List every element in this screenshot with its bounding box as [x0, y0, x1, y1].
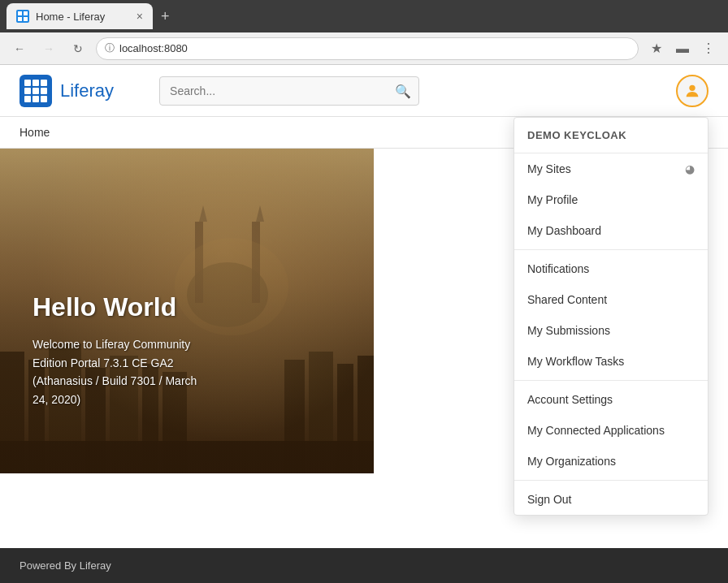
bookmark-button[interactable]: ★: [645, 37, 668, 60]
svg-rect-8: [24, 88, 31, 94]
dropdown-divider-2: [514, 380, 708, 381]
my-workflow-tasks-label: My Workflow Tasks: [527, 355, 624, 368]
search-icon: 🔍: [395, 83, 411, 98]
tab-favicon: [16, 10, 29, 23]
footer-text: Powered By Liferay: [20, 559, 111, 572]
notifications-label: Notifications: [527, 262, 589, 275]
hero-content: Hello World Welcome to Liferay Community…: [32, 292, 197, 408]
account-settings-label: Account Settings: [527, 393, 613, 406]
compass-icon: ◕: [685, 162, 695, 175]
svg-rect-9: [32, 88, 39, 94]
my-profile-label: My Profile: [527, 193, 578, 206]
footer: Powered By Liferay: [0, 548, 728, 583]
dropdown-item-shared-content[interactable]: Shared Content: [514, 284, 708, 315]
my-connected-applications-label: My Connected Applications: [527, 424, 665, 437]
dropdown-divider-3: [514, 480, 708, 481]
tab-title: Home - Liferay: [36, 11, 105, 23]
dropdown-item-account-settings[interactable]: Account Settings: [514, 384, 708, 415]
breadcrumb: Home: [20, 126, 50, 139]
dropdown-item-my-workflow-tasks[interactable]: My Workflow Tasks: [514, 346, 708, 377]
search-bar: 🔍: [159, 76, 419, 106]
my-organizations-label: My Organizations: [527, 455, 616, 468]
shared-content-label: Shared Content: [527, 293, 607, 306]
svg-rect-1: [24, 11, 28, 15]
menu-button[interactable]: ⋮: [697, 37, 720, 60]
brand-name: Liferay: [60, 80, 114, 101]
dropdown-item-my-profile[interactable]: My Profile: [514, 184, 708, 215]
back-button[interactable]: ←: [8, 37, 31, 60]
svg-rect-2: [18, 17, 22, 21]
user-dropdown-menu: DEMO KEYCLOAK My Sites ◕ My Profile My D…: [514, 117, 708, 516]
browser-chrome: Home - Liferay × +: [0, 0, 728, 32]
svg-rect-3: [24, 17, 28, 21]
address-bar[interactable]: ⓘ localhost:8080: [96, 37, 639, 60]
dropdown-item-my-connected-applications[interactable]: My Connected Applications: [514, 415, 708, 446]
search-input[interactable]: [159, 76, 419, 106]
svg-rect-6: [32, 80, 39, 86]
liferay-logo-icon: [20, 75, 52, 107]
svg-rect-12: [32, 96, 39, 102]
dropdown-item-my-sites[interactable]: My Sites ◕: [514, 153, 708, 184]
dropdown-item-my-submissions[interactable]: My Submissions: [514, 315, 708, 346]
svg-rect-5: [24, 80, 31, 86]
sign-out-label: Sign Out: [527, 493, 571, 506]
dropdown-item-my-dashboard[interactable]: My Dashboard: [514, 215, 708, 246]
dropdown-divider-1: [514, 249, 708, 250]
svg-rect-10: [41, 88, 47, 94]
browser-toolbar: ← → ↻ ⓘ localhost:8080 ★ ▬ ⋮: [0, 32, 728, 65]
hero-title: Hello World: [32, 292, 197, 322]
hero-section: Hello World Welcome to Liferay Community…: [0, 149, 374, 473]
reload-button[interactable]: ↻: [67, 37, 89, 60]
dropdown-item-notifications[interactable]: Notifications: [514, 253, 708, 284]
svg-rect-0: [18, 11, 22, 15]
svg-rect-13: [41, 96, 47, 102]
svg-rect-7: [41, 80, 47, 86]
my-submissions-label: My Submissions: [527, 324, 610, 337]
tab-close-icon[interactable]: ×: [136, 10, 143, 23]
svg-point-14: [689, 84, 695, 90]
my-sites-label: My Sites: [527, 162, 571, 175]
address-text: localhost:8080: [119, 42, 188, 54]
cast-button[interactable]: ▬: [671, 37, 694, 60]
browser-tab[interactable]: Home - Liferay ×: [6, 3, 153, 29]
svg-rect-11: [24, 96, 31, 102]
dropdown-header: DEMO KEYCLOAK: [514, 118, 708, 153]
dropdown-item-sign-out[interactable]: Sign Out: [514, 484, 708, 515]
navbar: Liferay 🔍: [0, 65, 728, 117]
my-dashboard-label: My Dashboard: [527, 224, 601, 237]
dropdown-item-my-organizations[interactable]: My Organizations: [514, 446, 708, 477]
forward-button[interactable]: →: [37, 37, 60, 60]
user-avatar[interactable]: [676, 75, 708, 107]
hero-description: Welcome to Liferay CommunityEdition Port…: [32, 335, 197, 408]
navbar-brand: Liferay: [20, 75, 114, 107]
lock-icon: ⓘ: [105, 41, 115, 55]
page: Liferay 🔍 Home: [0, 65, 728, 583]
new-tab-button[interactable]: +: [161, 8, 170, 25]
